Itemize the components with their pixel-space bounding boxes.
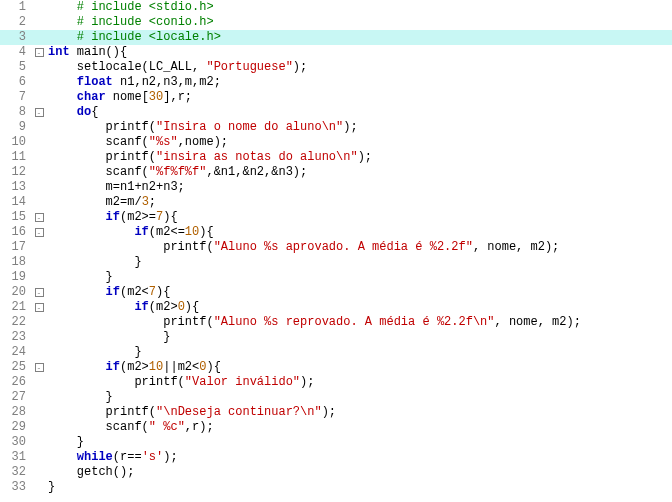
code-content[interactable]: } [46, 330, 170, 345]
line-number: 28 [0, 405, 32, 420]
fold-gutter[interactable]: - [32, 105, 46, 120]
code-line[interactable]: 5 setlocale(LC_ALL, "Portuguese"); [0, 60, 672, 75]
code-line[interactable]: 15- if(m2>=7){ [0, 210, 672, 225]
token-preproc: # include <conio.h> [77, 15, 214, 29]
token-plain: m=n1+n2+n3; [48, 180, 185, 194]
code-content[interactable]: } [46, 270, 113, 285]
fold-toggle-icon[interactable]: - [35, 303, 44, 312]
code-content[interactable]: getch(); [46, 465, 134, 480]
code-content[interactable]: # include <conio.h> [46, 15, 214, 30]
code-line[interactable]: 12 scanf("%f%f%f",&n1,&n2,&n3); [0, 165, 672, 180]
token-plain: ); [293, 60, 307, 74]
code-content[interactable]: m=n1+n2+n3; [46, 180, 185, 195]
token-plain: setlocale(LC_ALL, [48, 60, 206, 74]
fold-toggle-icon[interactable]: - [35, 288, 44, 297]
code-line[interactable]: 2 # include <conio.h> [0, 15, 672, 30]
code-line[interactable]: 3 # include <locale.h> [0, 30, 672, 45]
fold-gutter [32, 75, 46, 90]
token-plain [48, 75, 77, 89]
code-content[interactable]: } [46, 345, 142, 360]
code-content[interactable]: while(r=='s'); [46, 450, 178, 465]
code-line[interactable]: 8- do{ [0, 105, 672, 120]
code-line[interactable]: 29 scanf(" %c",r); [0, 420, 672, 435]
code-content[interactable]: printf("Aluno %s reprovado. A média é %2… [46, 315, 581, 330]
line-number: 14 [0, 195, 32, 210]
code-editor[interactable]: 1 # include <stdio.h>2 # include <conio.… [0, 0, 672, 495]
code-content[interactable]: setlocale(LC_ALL, "Portuguese"); [46, 60, 307, 75]
token-plain: printf( [48, 375, 185, 389]
fold-gutter[interactable]: - [32, 45, 46, 60]
code-content[interactable]: if(m2>=7){ [46, 210, 178, 225]
fold-gutter[interactable]: - [32, 210, 46, 225]
code-line[interactable]: 23 } [0, 330, 672, 345]
code-content[interactable]: printf("\nDeseja continuar?\n"); [46, 405, 336, 420]
fold-toggle-icon[interactable]: - [35, 108, 44, 117]
code-line[interactable]: 18 } [0, 255, 672, 270]
line-number: 33 [0, 480, 32, 495]
line-number: 3 [0, 30, 32, 45]
code-line[interactable]: 27 } [0, 390, 672, 405]
fold-toggle-icon[interactable]: - [35, 228, 44, 237]
code-line[interactable]: 26 printf("Valor inválido"); [0, 375, 672, 390]
code-line[interactable]: 20- if(m2<7){ [0, 285, 672, 300]
code-content[interactable]: scanf(" %c",r); [46, 420, 214, 435]
code-line[interactable]: 11 printf("insira as notas do aluno\n"); [0, 150, 672, 165]
line-number: 2 [0, 15, 32, 30]
token-plain: ){ [206, 360, 220, 374]
code-line[interactable]: 24 } [0, 345, 672, 360]
fold-toggle-icon[interactable]: - [35, 213, 44, 222]
code-line[interactable]: 10 scanf("%s",nome); [0, 135, 672, 150]
code-line[interactable]: 9 printf("Insira o nome do aluno\n"); [0, 120, 672, 135]
code-line[interactable]: 25- if(m2>10||m2<0){ [0, 360, 672, 375]
code-content[interactable]: if(m2>10||m2<0){ [46, 360, 221, 375]
code-content[interactable]: if(m2>0){ [46, 300, 199, 315]
code-line[interactable]: 19 } [0, 270, 672, 285]
code-line[interactable]: 1 # include <stdio.h> [0, 0, 672, 15]
code-content[interactable]: char nome[30],r; [46, 90, 192, 105]
fold-gutter[interactable]: - [32, 285, 46, 300]
code-line[interactable]: 21- if(m2>0){ [0, 300, 672, 315]
code-content[interactable]: scanf("%s",nome); [46, 135, 228, 150]
code-content[interactable]: # include <locale.h> [46, 30, 221, 45]
code-content[interactable]: } [46, 255, 142, 270]
fold-gutter[interactable]: - [32, 225, 46, 240]
code-line[interactable]: 30 } [0, 435, 672, 450]
code-line[interactable]: 22 printf("Aluno %s reprovado. A média é… [0, 315, 672, 330]
code-line[interactable]: 16- if(m2<=10){ [0, 225, 672, 240]
token-plain: ){ [156, 285, 170, 299]
code-content[interactable]: do{ [46, 105, 98, 120]
code-line[interactable]: 33} [0, 480, 672, 495]
code-content[interactable]: printf("Valor inválido"); [46, 375, 314, 390]
token-plain: ); [358, 150, 372, 164]
code-content[interactable]: if(m2<=10){ [46, 225, 214, 240]
code-content[interactable]: m2=m/3; [46, 195, 156, 210]
code-content[interactable]: int main(){ [46, 45, 127, 60]
fold-gutter[interactable]: - [32, 300, 46, 315]
code-content[interactable]: printf("Aluno %s aprovado. A média é %2.… [46, 240, 559, 255]
code-content[interactable]: } [46, 480, 55, 495]
code-content[interactable]: if(m2<7){ [46, 285, 170, 300]
code-line[interactable]: 32 getch(); [0, 465, 672, 480]
code-line[interactable]: 7 char nome[30],r; [0, 90, 672, 105]
code-content[interactable]: printf("Insira o nome do aluno\n"); [46, 120, 358, 135]
code-line[interactable]: 4-int main(){ [0, 45, 672, 60]
token-num: 10 [185, 225, 199, 239]
code-content[interactable]: } [46, 435, 84, 450]
code-content[interactable]: float n1,n2,n3,m,m2; [46, 75, 221, 90]
code-line[interactable]: 13 m=n1+n2+n3; [0, 180, 672, 195]
fold-toggle-icon[interactable]: - [35, 363, 44, 372]
fold-gutter[interactable]: - [32, 360, 46, 375]
token-plain [48, 105, 77, 119]
code-content[interactable]: printf("insira as notas do aluno\n"); [46, 150, 372, 165]
fold-toggle-icon[interactable]: - [35, 48, 44, 57]
line-number: 5 [0, 60, 32, 75]
fold-gutter [32, 390, 46, 405]
code-content[interactable]: scanf("%f%f%f",&n1,&n2,&n3); [46, 165, 307, 180]
code-line[interactable]: 28 printf("\nDeseja continuar?\n"); [0, 405, 672, 420]
code-line[interactable]: 17 printf("Aluno %s aprovado. A média é … [0, 240, 672, 255]
code-line[interactable]: 31 while(r=='s'); [0, 450, 672, 465]
code-line[interactable]: 14 m2=m/3; [0, 195, 672, 210]
code-line[interactable]: 6 float n1,n2,n3,m,m2; [0, 75, 672, 90]
code-content[interactable]: } [46, 390, 113, 405]
code-content[interactable]: # include <stdio.h> [46, 0, 214, 15]
